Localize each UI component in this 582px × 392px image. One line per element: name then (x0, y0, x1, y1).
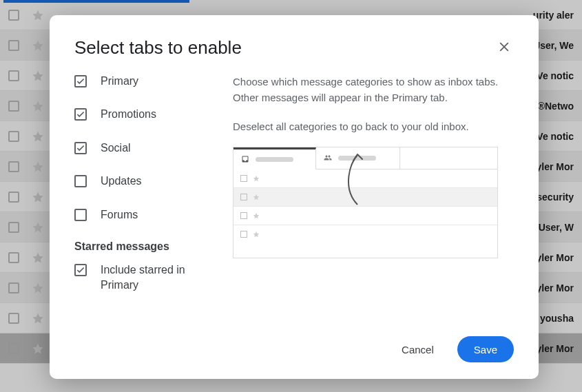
check-icon (76, 265, 85, 275)
checkbox[interactable] (74, 209, 87, 221)
checkbox[interactable] (74, 108, 87, 121)
save-button[interactable]: Save (457, 336, 514, 362)
close-button[interactable] (495, 37, 514, 56)
preview-tab-social (316, 147, 400, 169)
checkbox-row-social[interactable]: Social (74, 141, 225, 156)
inbox-icon (240, 155, 250, 163)
checkbox[interactable] (74, 175, 87, 187)
check-icon (76, 76, 85, 86)
preview-tab-empty (400, 147, 497, 169)
dialog-footer: Cancel Save (74, 327, 514, 362)
preview-row (233, 207, 497, 225)
checkbox-label: Primary (101, 74, 138, 89)
select-tabs-dialog: Select tabs to enable PrimaryPromotionsS… (50, 15, 539, 379)
people-icon (323, 154, 333, 162)
description-text-1: Choose which message categories to show … (233, 74, 514, 106)
checkbox-row-promotions[interactable]: Promotions (74, 107, 225, 122)
categories-column: PrimaryPromotionsSocialUpdatesForums Sta… (74, 74, 233, 327)
preview-tab-primary (233, 147, 316, 169)
starred-heading: Starred messages (74, 240, 225, 253)
checkbox-row-primary[interactable]: Primary (74, 74, 225, 89)
description-text-2: Deselect all categories to go back to yo… (233, 118, 514, 134)
checkbox-row-updates[interactable]: Updates (74, 174, 225, 189)
preview-row (233, 169, 497, 188)
inbox-preview-illustration (233, 147, 498, 258)
checkbox-row-forums[interactable]: Forums (74, 207, 225, 223)
check-icon (76, 143, 85, 153)
preview-row (233, 188, 497, 207)
preview-row (233, 225, 497, 244)
dialog-title: Select tabs to enable (74, 37, 242, 59)
checkbox-label: Social (101, 141, 131, 156)
description-column: Choose which message categories to show … (233, 74, 514, 327)
checkbox-row-include-starred[interactable]: Include starred in Primary (74, 262, 225, 293)
dialog-body: PrimaryPromotionsSocialUpdatesForums Sta… (74, 74, 514, 327)
checkbox-label: Forums (101, 207, 138, 223)
checkbox-label: Updates (101, 174, 142, 189)
close-icon (497, 40, 511, 54)
checkbox-label: Promotions (101, 107, 156, 122)
checkbox-label: Include starred in Primary (101, 262, 225, 293)
checkbox[interactable] (74, 264, 87, 276)
checkbox[interactable] (74, 75, 87, 87)
check-icon (76, 110, 85, 119)
cancel-button[interactable]: Cancel (385, 336, 450, 362)
checkbox[interactable] (74, 142, 87, 154)
dialog-header: Select tabs to enable (74, 37, 514, 59)
